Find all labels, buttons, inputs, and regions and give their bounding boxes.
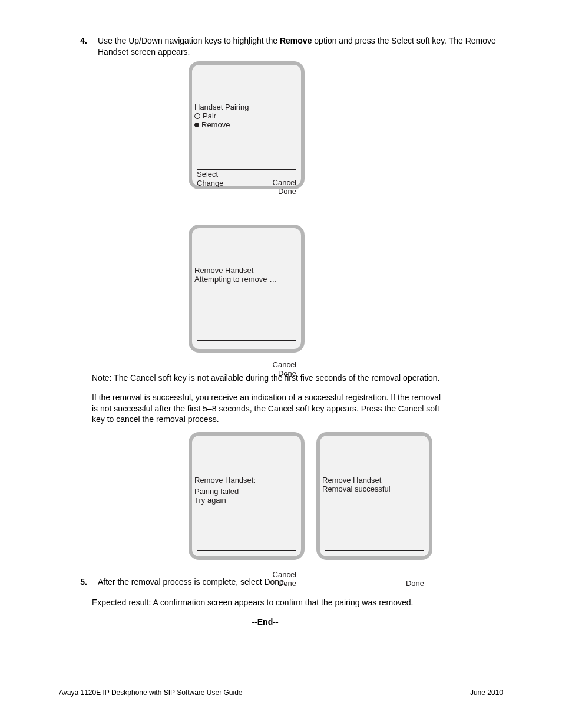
page-content: 4. Use the Up/Down navigation keys to hi…	[0, 0, 562, 628]
done-softkey[interactable]: Done	[406, 579, 424, 588]
step-4: 4. Use the Up/Down navigation keys to hi…	[77, 35, 503, 58]
screen-handset-pairing: Handset Pairing Pair Remove Select Chang…	[189, 61, 305, 189]
cancel-softkey[interactable]: Cancel	[273, 361, 296, 370]
screen-remove-attempting: Remove Handset Attempting to remove … Ca…	[189, 225, 305, 353]
screen-remove-success: Remove Handset Removal successful Done	[316, 432, 432, 560]
select-softkey[interactable]: Select	[197, 170, 224, 179]
screen2-line: Attempting to remove …	[194, 275, 299, 284]
screen-row-3: Remove Handset: Pairing failed Try again…	[189, 432, 503, 560]
screen4-title: Remove Handset	[322, 476, 427, 485]
footer-right: June 2010	[470, 689, 503, 697]
screen3-title: Remove Handset:	[194, 476, 299, 485]
step-body: After the removal process is complete, s…	[98, 577, 503, 588]
footer-rule	[59, 684, 503, 684]
step-number: 4.	[77, 35, 87, 47]
step-body: Use the Up/Down navigation keys to highl…	[98, 35, 503, 58]
done-softkey[interactable]: Done	[273, 187, 296, 196]
cancel-softkey[interactable]: Cancel	[273, 571, 296, 579]
screen3-line2: Try again	[194, 496, 299, 505]
option-remove[interactable]: Remove	[194, 121, 299, 130]
expected-text: Expected result: A confirmation screen a…	[92, 597, 445, 608]
page-footer: Avaya 1120E IP Deskphone with SIP Softwa…	[59, 689, 503, 697]
radio-open-icon	[194, 113, 200, 119]
screen1-title: Handset Pairing	[194, 103, 299, 112]
step4-bold: Remove	[280, 36, 312, 45]
radio-filled-icon	[194, 123, 199, 127]
screen3-line1: Pairing failed	[194, 487, 299, 496]
footer-left: Avaya 1120E IP Deskphone with SIP Softwa…	[59, 689, 243, 697]
option-remove-label: Remove	[201, 121, 230, 130]
screen-row-1: Handset Pairing Pair Remove Select Chang…	[189, 61, 503, 189]
screen-remove-failed: Remove Handset: Pairing failed Try again…	[189, 432, 305, 560]
stray-period: .	[247, 37, 250, 47]
option-pair[interactable]: Pair	[194, 112, 299, 121]
screen-row-2: Remove Handset Attempting to remove … Ca…	[189, 225, 503, 353]
screen2-title: Remove Handset	[194, 266, 299, 275]
after-text: If the removal is successful, you receiv…	[92, 392, 445, 426]
done-softkey[interactable]: Done	[273, 370, 296, 378]
done-softkey[interactable]: Done	[273, 579, 296, 588]
end-marker: --End--	[106, 617, 424, 628]
step-number: 5.	[77, 577, 87, 588]
step4-prefix: Use the Up/Down navigation keys to highl…	[98, 36, 280, 45]
option-pair-label: Pair	[203, 112, 216, 121]
cancel-softkey[interactable]: Cancel	[273, 179, 296, 187]
change-softkey[interactable]: Change	[197, 179, 224, 188]
screen4-line: Removal successful	[322, 485, 427, 494]
